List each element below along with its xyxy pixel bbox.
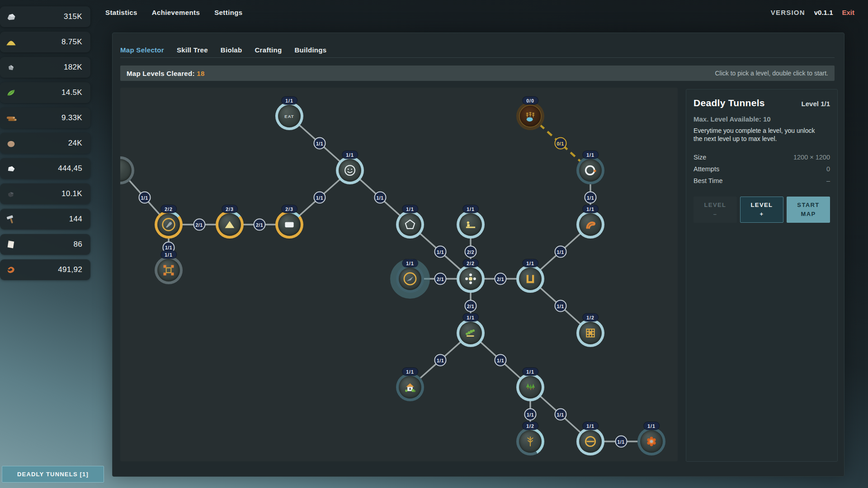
map-node-circle[interactable]: 1/1 [576, 156, 604, 184]
level-detail-panel: Deadly Tunnels Level 1/1 Max. Level Avai… [686, 89, 838, 462]
node-face [399, 267, 421, 290]
nav-item-achievements[interactable]: Achievements [152, 9, 200, 16]
start-map-button[interactable]: STARTMAP [787, 197, 830, 223]
flower-icon [644, 434, 659, 449]
resource-value: 182K [64, 63, 82, 72]
node-level-badge: 1/1 [523, 259, 538, 267]
corners-icon [161, 263, 176, 277]
edge-badge-minus-flower: 1/1 [615, 436, 627, 448]
version-area: VERSION v0.1.1 Exit [771, 9, 854, 16]
node-level-badge: 2/3 [222, 205, 237, 213]
resource-item-pebble: 182K [0, 57, 90, 78]
stat-label: Size [693, 154, 706, 161]
stat-value: – [826, 177, 830, 184]
node-face: EAT [278, 105, 301, 127]
node-face [459, 213, 482, 236]
map-canvas[interactable]: 1/11/11/11/12/12/11/11/12/12/22/12/11/11… [120, 88, 678, 461]
edge-badge-u-shape-grid: 1/1 [554, 300, 566, 312]
exit-link[interactable]: Exit [842, 9, 854, 16]
node-face [519, 267, 542, 290]
map-node-wheat[interactable]: 0/0 [516, 102, 544, 130]
edge-badge-trees-twig: 1/1 [524, 408, 537, 421]
stat-value: 1200 × 1200 [793, 154, 830, 161]
resource-value: 315K [64, 12, 82, 21]
map-node-flower[interactable]: 1/1 [637, 427, 665, 455]
tab-crafting[interactable]: Crafting [255, 46, 282, 54]
level-buttons: LEVEL–LEVEL+STARTMAP [693, 197, 830, 223]
map-node-panel[interactable]: 2/3 [275, 211, 303, 239]
node-face [579, 322, 602, 344]
level-indicator: Level 1/1 [802, 100, 830, 108]
taskbar-map-button[interactable]: DEADLY TUNNELS [1] [2, 466, 104, 483]
node-face [218, 213, 241, 236]
tab-buildings[interactable]: Buildings [294, 46, 326, 54]
tab-map-selector[interactable]: Map Selector [120, 46, 164, 54]
molecule-icon [463, 272, 478, 286]
paper-icon [5, 239, 17, 251]
map-node-house[interactable]: 1/1 [396, 373, 424, 401]
resource-item-leaf: 14.5K [0, 82, 90, 103]
node-level-badge: 1/1 [583, 422, 598, 430]
node-face [519, 105, 542, 127]
levels-cleared-text: Map Levels Cleared: 18 [127, 70, 205, 77]
edge-badge-brush-mountain: 2/1 [193, 219, 205, 231]
resource-item-paper: 86 [0, 234, 90, 255]
node-level-badge: 2/2 [161, 205, 176, 213]
edge-badge-compass-molecule: 2/1 [434, 273, 447, 285]
map-node-brush[interactable]: 2/2 [155, 211, 183, 239]
map-node-stub[interactable] [120, 156, 134, 184]
tab-biolab[interactable]: Biolab [221, 46, 242, 54]
tab-skill-tree[interactable]: Skill Tree [177, 46, 208, 54]
bench-icon [463, 217, 478, 232]
minus-icon [583, 434, 598, 449]
node-level-badge: 1/1 [402, 205, 418, 213]
brush-icon [161, 217, 176, 232]
shrimp-icon [5, 264, 17, 276]
map-node-trees[interactable]: 1/1 [516, 373, 544, 401]
node-face [278, 213, 301, 236]
node-level-badge: 1/1 [583, 151, 598, 159]
map-node-grid[interactable]: 1/2 [576, 319, 604, 347]
map-node-growth[interactable]: 1/1 [457, 319, 485, 347]
level-minus-button[interactable]: LEVEL– [693, 197, 737, 223]
map-node-u-shape[interactable]: 1/1 [516, 265, 544, 293]
map-node-smiley[interactable]: 1/1 [336, 156, 364, 184]
edge-badge-eat-smiley: 1/1 [314, 137, 326, 150]
nav-item-settings[interactable]: Settings [214, 9, 242, 16]
edge-badge-mountain-panel: 2/1 [254, 219, 266, 231]
node-level-badge: 1/1 [282, 97, 297, 104]
trees-icon [523, 380, 538, 394]
level-plus-button[interactable]: LEVEL+ [740, 197, 783, 223]
node-level-badge: 2/2 [463, 259, 478, 267]
resource-sidebar: 315K8.75K182K14.5K9.33K24K444,4510.1K144… [0, 6, 90, 280]
map-node-mountain[interactable]: 2/3 [216, 211, 244, 239]
node-level-badge: 1/2 [523, 422, 538, 430]
grid-icon [583, 326, 598, 340]
nav-item-statistics[interactable]: Statistics [105, 9, 137, 16]
resource-value: 24K [68, 139, 82, 148]
levels-cleared-value: 18 [197, 70, 204, 77]
pentagon-icon [403, 217, 417, 232]
stat-row-attempts: Attempts0 [693, 163, 830, 175]
map-node-eat[interactable]: EAT1/1 [275, 102, 303, 130]
wood-icon [5, 112, 17, 124]
hammer-icon [5, 213, 17, 225]
map-node-twig[interactable]: 1/2 [516, 427, 544, 455]
map-node-hook[interactable]: 1/1 [576, 211, 604, 239]
map-node-pentagon[interactable]: 1/1 [396, 211, 424, 239]
node-face [640, 430, 663, 453]
level-stats: Size1200 × 1200Attempts0Best Time– [693, 151, 830, 187]
node-face [579, 213, 602, 236]
clay-icon [5, 137, 17, 150]
node-level-badge: 1/1 [402, 368, 418, 375]
panel-icon [282, 217, 297, 232]
version-value: v0.1.1 [814, 9, 833, 16]
map-node-minus[interactable]: 1/1 [576, 427, 604, 455]
map-node-molecule[interactable]: 2/2 [457, 265, 485, 293]
map-node-corners[interactable]: 1/1 [155, 256, 183, 284]
resource-value: 86 [73, 240, 82, 249]
map-node-compass[interactable]: 1/1 [396, 265, 424, 293]
node-face [459, 267, 482, 290]
smiley-icon [343, 163, 357, 178]
map-node-bench[interactable]: 1/1 [457, 211, 485, 239]
